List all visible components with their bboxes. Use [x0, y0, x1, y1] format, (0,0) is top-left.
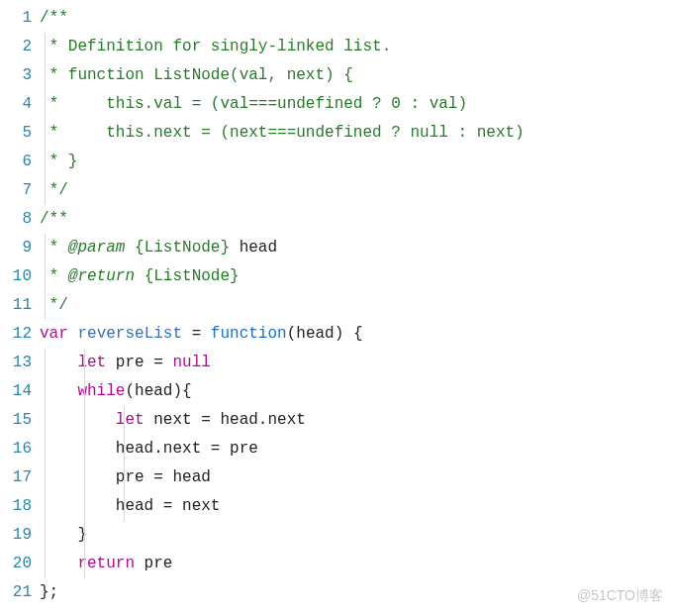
indent-guide	[124, 435, 125, 463]
indent-guide	[45, 521, 46, 550]
line-number: 12	[0, 320, 32, 349]
indent-guide	[124, 492, 125, 521]
code-token: next = head.next	[144, 411, 306, 429]
indent-guide	[45, 349, 46, 377]
indent-guide	[84, 521, 85, 550]
code-token: reverseList	[77, 325, 182, 343]
code-line: /**	[40, 4, 673, 33]
code-token: head.next = pre	[40, 440, 258, 458]
indent-guide	[124, 406, 125, 435]
code-token: let	[77, 354, 106, 371]
line-number: 9	[0, 234, 32, 262]
code-line: var reverseList = function(head) {	[40, 320, 673, 349]
line-number: 20	[0, 550, 32, 578]
indent-guide	[84, 406, 85, 435]
line-number: 3	[0, 61, 32, 90]
code-token: null	[172, 354, 210, 371]
indent-guide	[45, 262, 46, 291]
line-number: 10	[0, 262, 32, 291]
code-token: /**	[40, 210, 68, 228]
code-line: * this.next = (next===undefined ? null :…	[40, 119, 673, 148]
code-line: * @param {ListNode} head	[40, 234, 673, 262]
code-token: function	[211, 325, 287, 343]
indent-guide	[45, 90, 46, 119]
code-token: * Definition for singly-linked list.	[40, 38, 391, 55]
code-line: head.next = pre	[40, 435, 673, 463]
code-token	[68, 325, 78, 343]
line-number: 14	[0, 377, 32, 406]
indent-guide	[84, 435, 85, 463]
code-token: /**	[40, 9, 68, 27]
indent-guide	[45, 492, 46, 521]
code-token: {ListNode}	[135, 239, 230, 257]
code-token: =	[182, 325, 211, 343]
indent-guide	[45, 119, 46, 148]
code-line: * this.val = (val===undefined ? 0 : val)	[40, 90, 673, 119]
indent-guide	[45, 377, 46, 406]
line-number: 15	[0, 406, 32, 435]
code-line: pre = head	[40, 463, 673, 492]
code-block: 123456789101112131415161718192021 /** * …	[0, 0, 673, 616]
code-line: let pre = null	[40, 349, 673, 377]
code-line: * function ListNode(val, next) {	[40, 61, 673, 90]
code-token: {ListNode}	[144, 267, 240, 285]
code-line: */	[40, 176, 673, 205]
line-number: 13	[0, 349, 32, 377]
line-number: 1	[0, 4, 32, 33]
indent-guide	[84, 377, 85, 406]
code-line: * Definition for singly-linked list.	[40, 33, 673, 61]
code-token: (head) {	[287, 325, 363, 343]
indent-guide	[45, 234, 46, 262]
line-number: 16	[0, 435, 32, 463]
code-line: * }	[40, 148, 673, 176]
code-line: head = next	[40, 492, 673, 521]
code-token: * function ListNode(val, next) {	[40, 66, 353, 84]
code-token: * this.val = (val===undefined ? 0 : val)	[40, 95, 467, 113]
code-token: var	[40, 325, 68, 343]
indent-guide	[45, 435, 46, 463]
indent-guide	[45, 550, 46, 578]
indent-guide	[45, 291, 46, 320]
code-line: let next = head.next	[40, 406, 673, 435]
indent-guide	[124, 463, 125, 492]
code-token: pre = head	[40, 468, 211, 486]
code-line: */	[40, 291, 673, 320]
line-number: 7	[0, 176, 32, 205]
indent-guide	[45, 61, 46, 90]
code-line: }	[40, 521, 673, 550]
code-line: return pre	[40, 550, 673, 578]
code-token	[135, 267, 144, 285]
indent-guide	[84, 492, 85, 521]
line-number: 18	[0, 492, 32, 521]
code-area: /** * Definition for singly-linked list.…	[40, 4, 673, 616]
line-number-gutter: 123456789101112131415161718192021	[0, 4, 40, 616]
line-number: 21	[0, 578, 32, 607]
code-line: while(head){	[40, 377, 673, 406]
line-number: 8	[0, 205, 32, 234]
watermark: @51CTO博客	[577, 581, 663, 610]
code-token	[40, 411, 116, 429]
code-token: }	[40, 526, 87, 544]
code-token: @param	[68, 239, 126, 257]
code-token: let	[116, 411, 144, 429]
code-token: return	[77, 555, 135, 572]
code-token	[125, 239, 135, 257]
line-number: 19	[0, 521, 32, 550]
indent-guide	[45, 33, 46, 61]
code-line: /**	[40, 205, 673, 234]
code-token: head = next	[40, 497, 220, 515]
code-token: * this.next = (next===undefined ? null :…	[40, 124, 525, 142]
code-token: (head){	[125, 382, 191, 400]
indent-guide	[84, 349, 85, 377]
indent-guide	[45, 463, 46, 492]
code-line: * @return {ListNode}	[40, 262, 673, 291]
line-number: 2	[0, 33, 32, 61]
line-number: 11	[0, 291, 32, 320]
code-token: pre	[135, 555, 172, 572]
indent-guide	[45, 148, 46, 176]
indent-guide	[84, 550, 85, 578]
indent-guide	[45, 176, 46, 205]
indent-guide	[45, 406, 46, 435]
line-number: 5	[0, 119, 32, 148]
line-number: 4	[0, 90, 32, 119]
